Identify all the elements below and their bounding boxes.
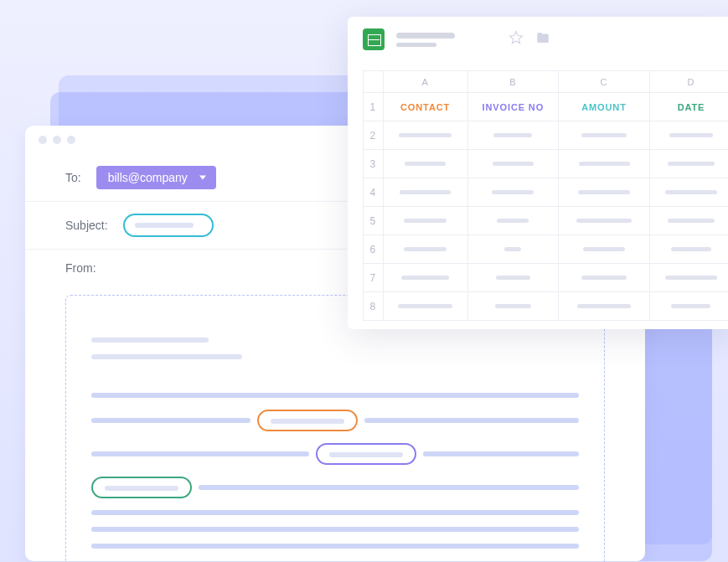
cell[interactable] — [649, 292, 728, 321]
cell[interactable] — [559, 178, 650, 207]
header-amount[interactable]: AMOUNT — [559, 93, 650, 121]
cell[interactable] — [649, 235, 728, 264]
body-placeholder-line — [364, 418, 579, 423]
body-placeholder-line — [91, 393, 579, 398]
folder-icon[interactable] — [535, 30, 550, 49]
body-placeholder-line — [91, 338, 209, 343]
row-number[interactable]: 6 — [364, 235, 384, 264]
to-label: To: — [65, 171, 81, 184]
cell[interactable] — [467, 150, 558, 178]
cell[interactable] — [649, 207, 728, 235]
body-placeholder-line — [423, 451, 579, 456]
body-placeholder-line — [91, 544, 579, 549]
cell[interactable] — [467, 235, 558, 264]
row-number[interactable]: 8 — [364, 292, 384, 321]
email-body-editor[interactable] — [65, 295, 605, 562]
cell[interactable] — [649, 121, 728, 150]
col-letter[interactable]: D — [649, 71, 728, 93]
cell[interactable] — [383, 150, 467, 178]
date-variable-chip[interactable] — [91, 477, 192, 498]
cell[interactable] — [649, 264, 728, 292]
row-number[interactable]: 5 — [364, 207, 384, 235]
cell[interactable] — [559, 292, 650, 321]
spreadsheet-title-placeholder — [396, 33, 455, 47]
cell[interactable] — [467, 121, 558, 150]
header-date[interactable]: DATE — [649, 93, 728, 121]
from-label: From: — [65, 261, 96, 275]
cell[interactable] — [467, 207, 558, 235]
subject-variable-chip[interactable] — [123, 214, 214, 237]
spreadsheet-grid[interactable]: A B C D 1 CONTACT INVOICE NO AMOUNT DATE… — [363, 70, 728, 321]
invoice-variable-chip[interactable] — [316, 443, 416, 465]
cell[interactable] — [649, 150, 728, 178]
spreadsheet-window: A B C D 1 CONTACT INVOICE NO AMOUNT DATE… — [348, 17, 728, 329]
body-placeholder-line — [199, 485, 579, 490]
cell[interactable] — [467, 292, 558, 321]
window-dot[interactable] — [53, 136, 61, 144]
body-placeholder-line — [91, 527, 579, 532]
row-number[interactable]: 1 — [364, 93, 384, 121]
to-recipient-pill[interactable]: bills@company — [96, 166, 216, 189]
cell[interactable] — [383, 121, 467, 150]
body-placeholder-line — [91, 418, 250, 423]
col-letter[interactable]: B — [467, 71, 558, 93]
contact-variable-chip[interactable] — [257, 410, 358, 431]
cell[interactable] — [383, 292, 467, 321]
row-number[interactable]: 7 — [364, 264, 384, 292]
body-placeholder-line — [91, 354, 242, 359]
cell[interactable] — [559, 121, 650, 150]
cell[interactable] — [649, 178, 728, 207]
cell[interactable] — [383, 264, 467, 292]
header-contact[interactable]: CONTACT — [383, 93, 467, 121]
cell[interactable] — [467, 178, 558, 207]
cell[interactable] — [559, 264, 650, 292]
cell[interactable] — [467, 264, 558, 292]
google-sheets-icon — [363, 28, 385, 50]
cell[interactable] — [559, 207, 650, 235]
subject-label: Subject: — [65, 219, 108, 232]
window-dot[interactable] — [39, 136, 47, 144]
row-number[interactable]: 3 — [364, 150, 384, 178]
window-dot[interactable] — [67, 136, 75, 144]
body-placeholder-line — [91, 451, 309, 456]
cell[interactable] — [383, 235, 467, 264]
spreadsheet-header — [348, 17, 728, 62]
body-placeholder-line — [91, 510, 579, 515]
star-icon[interactable] — [509, 30, 524, 49]
cell[interactable] — [383, 178, 467, 207]
col-letter[interactable]: C — [559, 71, 650, 93]
header-invoice[interactable]: INVOICE NO — [467, 93, 558, 121]
row-number[interactable]: 4 — [364, 178, 384, 207]
cell[interactable] — [559, 150, 650, 178]
col-letter[interactable]: A — [383, 71, 467, 93]
row-number[interactable]: 2 — [364, 121, 384, 150]
cell[interactable] — [383, 207, 467, 235]
cell[interactable] — [559, 235, 650, 264]
